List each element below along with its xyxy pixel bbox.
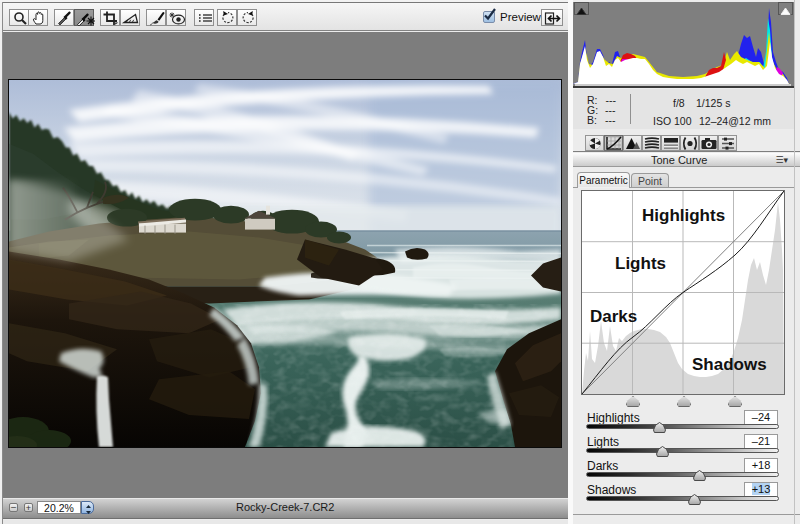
svg-text:Darks: Darks [590,307,637,326]
svg-text:Highlights: Highlights [642,206,725,225]
svg-text:Shadows: Shadows [692,355,767,374]
svg-text:Lights: Lights [615,254,666,273]
